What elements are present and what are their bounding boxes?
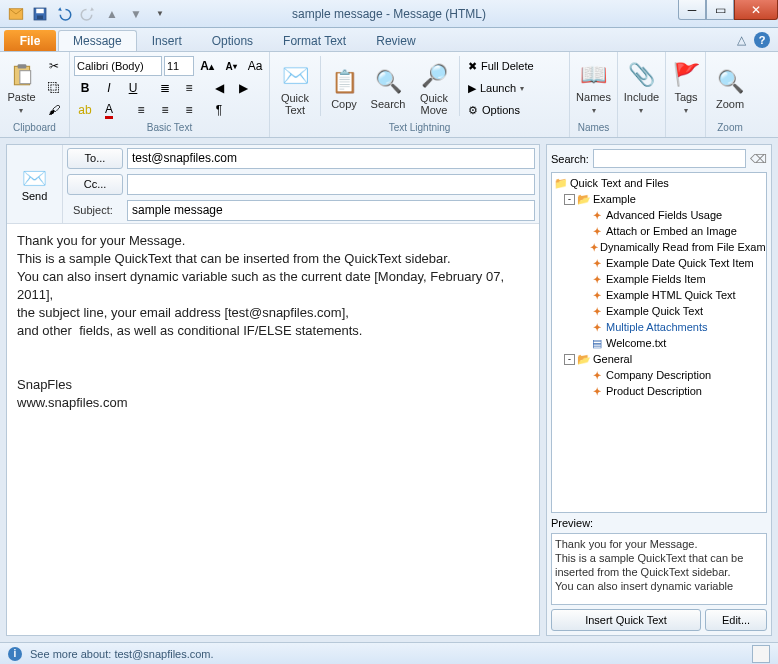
launch-button[interactable]: ▶ Launch ▾ [464, 78, 552, 98]
compose-pane: ✉️ Send To... Cc... Subject: Thank you f… [6, 144, 540, 636]
bold-icon[interactable]: B [74, 78, 96, 98]
edit-button[interactable]: Edit... [705, 609, 767, 631]
bullets-icon[interactable]: ≣ [154, 78, 176, 98]
font-family-select[interactable] [74, 56, 162, 76]
tree-folder-general[interactable]: -📂General [554, 351, 764, 367]
insert-quicktext-button[interactable]: Insert Quick Text [551, 609, 701, 631]
align-right-icon[interactable]: ≡ [178, 100, 200, 120]
redo-icon[interactable] [78, 4, 98, 24]
search-label: Search: [551, 153, 589, 165]
tree-item[interactable]: ✦Example Fields Item [554, 271, 764, 287]
font-color-icon[interactable]: A [98, 100, 120, 120]
copy-button[interactable]: 📋 Copy [325, 56, 363, 120]
copy-icon[interactable]: ⿻ [43, 78, 65, 98]
tab-insert[interactable]: Insert [137, 30, 197, 51]
options-button[interactable]: ⚙ Options [464, 100, 552, 120]
font-size-select[interactable] [164, 56, 194, 76]
undo-icon[interactable] [54, 4, 74, 24]
clear-formatting-icon[interactable]: Aa [244, 56, 266, 76]
search-input[interactable] [593, 149, 746, 168]
numbering-icon[interactable]: ≡ [178, 78, 200, 98]
align-left-icon[interactable]: ≡ [130, 100, 152, 120]
shrink-font-icon[interactable]: A▾ [220, 56, 242, 76]
quicktext-button[interactable]: ✉️ Quick Text [274, 56, 316, 120]
paste-button[interactable]: Paste▾ [4, 56, 39, 120]
tree-item[interactable]: ✦Attach or Embed an Image [554, 223, 764, 239]
prev-icon[interactable]: ▲ [102, 4, 122, 24]
file-tab[interactable]: File [4, 30, 56, 51]
ribbon-tabbar: File Message Insert Options Format Text … [0, 28, 778, 52]
preview-label: Preview: [551, 517, 767, 529]
to-button[interactable]: To... [67, 148, 123, 169]
cut-icon[interactable]: ✂ [43, 56, 65, 76]
paragraph-icon[interactable]: ¶ [208, 100, 230, 120]
title-bar: ▲ ▼ ▼ sample message - Message (HTML) ─ … [0, 0, 778, 28]
tab-message[interactable]: Message [58, 30, 137, 51]
group-clipboard: Clipboard [4, 122, 65, 137]
info-icon: i [8, 647, 22, 661]
tree-item[interactable]: ✦Company Description [554, 367, 764, 383]
tab-review[interactable]: Review [361, 30, 430, 51]
tree-item[interactable]: ✦Example HTML Quick Text [554, 287, 764, 303]
message-body[interactable]: Thank you for your Message. This is a sa… [7, 224, 539, 635]
tree-item[interactable]: ✦Example Date Quick Text Item [554, 255, 764, 271]
search-button[interactable]: 🔍 Search [367, 56, 409, 120]
tree-item[interactable]: ✦Dynamically Read from File Exam [554, 239, 764, 255]
format-painter-icon[interactable]: 🖌 [43, 100, 65, 120]
quickmove-button[interactable]: 🔎 Quick Move [413, 56, 455, 120]
outdent-icon[interactable]: ◀ [208, 78, 230, 98]
status-bar: i See more about: test@snapfiles.com. [0, 642, 778, 664]
group-textlightning: Text Lightning [274, 122, 565, 137]
content-area: ✉️ Send To... Cc... Subject: Thank you f… [0, 138, 778, 642]
tab-format-text[interactable]: Format Text [268, 30, 361, 51]
align-center-icon[interactable]: ≡ [154, 100, 176, 120]
cc-field[interactable] [127, 174, 535, 195]
minimize-button[interactable]: ─ [678, 0, 706, 20]
next-icon[interactable]: ▼ [126, 4, 146, 24]
qat-more-icon[interactable]: ▼ [150, 4, 170, 24]
window-title: sample message - Message (HTML) [292, 7, 486, 21]
tree-item[interactable]: ▤Welcome.txt [554, 335, 764, 351]
tree-item[interactable]: ✦Multiple Attachments [554, 319, 764, 335]
zoom-button[interactable]: 🔍 Zoom [710, 56, 750, 120]
cc-button[interactable]: Cc... [67, 174, 123, 195]
quick-access-toolbar: ▲ ▼ ▼ [0, 4, 170, 24]
svg-rect-2 [36, 8, 44, 13]
highlight-icon[interactable]: ab [74, 100, 96, 120]
tree-folder-example[interactable]: -📂Example [554, 191, 764, 207]
outlook-icon[interactable] [6, 4, 26, 24]
contact-avatar[interactable] [752, 645, 770, 663]
send-button[interactable]: ✉️ Send [7, 145, 63, 223]
group-names: Names [574, 122, 613, 137]
minimize-ribbon-icon[interactable]: △ [737, 33, 746, 47]
subject-label: Subject: [67, 204, 123, 216]
tree-root[interactable]: 📁Quick Text and Files [554, 175, 764, 191]
tree-item[interactable]: ✦Example Quick Text [554, 303, 764, 319]
clear-search-icon[interactable]: ⌫ [750, 152, 767, 166]
to-field[interactable] [127, 148, 535, 169]
svg-rect-3 [37, 15, 43, 19]
quicktext-tree[interactable]: 📁Quick Text and Files -📂Example ✦Advance… [551, 172, 767, 513]
italic-icon[interactable]: I [98, 78, 120, 98]
ribbon: Paste▾ ✂ ⿻ 🖌 Clipboard A▴ A▾ Aa B I U [0, 52, 778, 138]
status-text: See more about: test@snapfiles.com. [30, 648, 214, 660]
quicktext-sidebar: Search: ⌫ 📁Quick Text and Files -📂Exampl… [546, 144, 772, 636]
tree-item[interactable]: ✦Product Description [554, 383, 764, 399]
grow-font-icon[interactable]: A▴ [196, 56, 218, 76]
underline-icon[interactable]: U [122, 78, 144, 98]
preview-box: Thank you for your Message. This is a sa… [551, 533, 767, 605]
names-button[interactable]: 📖 Names▾ [574, 56, 613, 120]
svg-rect-5 [17, 64, 26, 68]
subject-field[interactable] [127, 200, 535, 221]
group-zoom: Zoom [710, 122, 750, 137]
fulldelete-button[interactable]: ✖ Full Delete [464, 56, 552, 76]
maximize-button[interactable]: ▭ [706, 0, 734, 20]
tree-item[interactable]: ✦Advanced Fields Usage [554, 207, 764, 223]
include-button[interactable]: 📎 Include▾ [622, 56, 661, 120]
tags-button[interactable]: 🚩 Tags▾ [670, 56, 702, 120]
indent-icon[interactable]: ▶ [232, 78, 254, 98]
close-button[interactable]: ✕ [734, 0, 778, 20]
save-icon[interactable] [30, 4, 50, 24]
tab-options[interactable]: Options [197, 30, 268, 51]
help-icon[interactable]: ? [754, 32, 770, 48]
